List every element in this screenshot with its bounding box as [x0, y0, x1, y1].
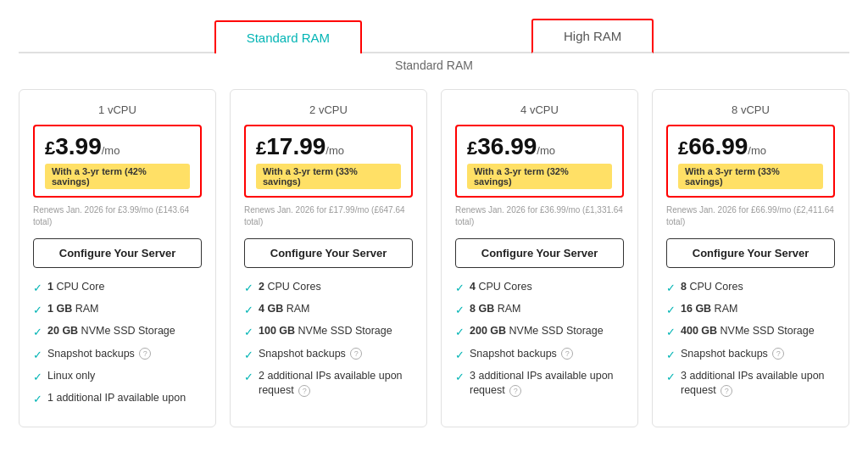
info-icon[interactable]: ?	[772, 348, 784, 360]
feature-list: ✓ 2 CPU Cores ✓ 4 GB RAM ✓ 100 GB NVMe S…	[244, 280, 413, 399]
check-icon: ✓	[244, 348, 253, 363]
feature-item: ✓ 400 GB NVMe SSD Storage	[666, 324, 835, 340]
info-icon[interactable]: ?	[350, 348, 362, 360]
feature-item: ✓ 200 GB NVMe SSD Storage	[455, 324, 624, 340]
price-display: £17.99/mo	[256, 135, 401, 159]
tab-high-ram[interactable]: High RAM	[531, 19, 654, 53]
check-icon: ✓	[244, 281, 253, 296]
vcpu-label: 4 vCPU	[455, 103, 624, 116]
plan-card-1: 2 vCPU £17.99/mo With a 3-yr term (33% s…	[230, 89, 427, 427]
check-icon: ✓	[666, 325, 676, 340]
check-icon: ✓	[33, 325, 42, 340]
configure-button[interactable]: Configure Your Server	[33, 238, 202, 268]
check-icon: ✓	[455, 370, 465, 385]
feature-item: ✓ 4 GB RAM	[244, 302, 413, 318]
section-label: Standard RAM	[17, 59, 851, 72]
price-display: £66.99/mo	[678, 135, 823, 159]
feature-item: ✓ 20 GB NVMe SSD Storage	[33, 324, 202, 340]
renew-text: Renews Jan. 2026 for £3.99/mo (£143.64 t…	[33, 204, 202, 228]
feature-item: ✓ Snapshot backups ?	[455, 347, 624, 363]
feature-item: ✓ 2 additional IPs available upon reques…	[244, 369, 413, 399]
configure-button[interactable]: Configure Your Server	[244, 238, 413, 268]
check-icon: ✓	[455, 325, 465, 340]
plan-card-3: 8 vCPU £66.99/mo With a 3-yr term (33% s…	[652, 89, 849, 427]
price-display: £3.99/mo	[45, 135, 190, 159]
savings-badge: With a 3-yr term (33% savings)	[678, 159, 823, 189]
check-icon: ✓	[33, 392, 42, 407]
check-icon: ✓	[244, 325, 253, 340]
check-icon: ✓	[666, 303, 676, 318]
info-icon[interactable]: ?	[561, 348, 573, 360]
feature-item: ✓ Snapshot backups ?	[666, 347, 835, 363]
price-box: £3.99/mo With a 3-yr term (42% savings)	[33, 125, 202, 198]
info-icon[interactable]: ?	[509, 385, 521, 397]
feature-list: ✓ 8 CPU Cores ✓ 16 GB RAM ✓ 400 GB NVMe …	[666, 280, 835, 399]
vcpu-label: 1 vCPU	[33, 103, 202, 116]
price-box: £66.99/mo With a 3-yr term (33% savings)	[666, 125, 835, 198]
savings-badge: With a 3-yr term (32% savings)	[467, 159, 612, 189]
renew-text: Renews Jan. 2026 for £17.99/mo (£647.64 …	[244, 204, 413, 228]
info-icon[interactable]: ?	[139, 348, 151, 360]
feature-item: ✓ 1 GB RAM	[33, 302, 202, 318]
configure-button[interactable]: Configure Your Server	[666, 238, 835, 268]
savings-badge: With a 3-yr term (42% savings)	[45, 159, 190, 189]
price-box: £36.99/mo With a 3-yr term (32% savings)	[455, 125, 624, 198]
vcpu-label: 8 vCPU	[666, 103, 835, 116]
check-icon: ✓	[244, 303, 253, 318]
feature-item: ✓ 2 CPU Cores	[244, 280, 413, 296]
check-icon: ✓	[33, 370, 42, 385]
check-icon: ✓	[666, 348, 676, 363]
tab-standard-ram[interactable]: Standard RAM	[214, 20, 362, 53]
check-icon: ✓	[455, 303, 465, 318]
configure-button[interactable]: Configure Your Server	[455, 238, 624, 268]
savings-badge: With a 3-yr term (33% savings)	[256, 159, 401, 189]
check-icon: ✓	[33, 281, 42, 296]
feature-item: ✓ 100 GB NVMe SSD Storage	[244, 324, 413, 340]
price-display: £36.99/mo	[467, 135, 612, 159]
feature-list: ✓ 1 CPU Core ✓ 1 GB RAM ✓ 20 GB NVMe SSD…	[33, 280, 202, 407]
feature-item: ✓ 4 CPU Cores	[455, 280, 624, 296]
plan-card-2: 4 vCPU £36.99/mo With a 3-yr term (32% s…	[441, 89, 638, 427]
price-box: £17.99/mo With a 3-yr term (33% savings)	[244, 125, 413, 198]
feature-item: ✓ 16 GB RAM	[666, 302, 835, 318]
plan-card-0: 1 vCPU £3.99/mo With a 3-yr term (42% sa…	[19, 89, 216, 427]
check-icon: ✓	[33, 303, 42, 318]
feature-item: ✓ 3 additional IPs available upon reques…	[666, 369, 835, 399]
feature-item: ✓ Snapshot backups ?	[33, 347, 202, 363]
check-icon: ✓	[666, 370, 676, 385]
feature-list: ✓ 4 CPU Cores ✓ 8 GB RAM ✓ 200 GB NVMe S…	[455, 280, 624, 399]
check-icon: ✓	[666, 281, 676, 296]
renew-text: Renews Jan. 2026 for £66.99/mo (£2,411.6…	[666, 204, 835, 228]
feature-item: ✓ Linux only	[33, 369, 202, 385]
check-icon: ✓	[244, 370, 253, 385]
renew-text: Renews Jan. 2026 for £36.99/mo (£1,331.6…	[455, 204, 624, 228]
feature-item: ✓ 8 CPU Cores	[666, 280, 835, 296]
feature-item: ✓ 1 CPU Core	[33, 280, 202, 296]
check-icon: ✓	[455, 348, 465, 363]
feature-item: ✓ 1 additional IP available upon	[33, 391, 202, 407]
feature-item: ✓ 8 GB RAM	[455, 302, 624, 318]
info-icon[interactable]: ?	[298, 385, 310, 397]
plans-grid: 1 vCPU £3.99/mo With a 3-yr term (42% sa…	[19, 89, 849, 427]
check-icon: ✓	[455, 281, 465, 296]
vcpu-label: 2 vCPU	[244, 103, 413, 116]
feature-item: ✓ 3 additional IPs available upon reques…	[455, 369, 624, 399]
check-icon: ✓	[33, 348, 42, 363]
info-icon[interactable]: ?	[721, 385, 732, 397]
feature-item: ✓ Snapshot backups ?	[244, 347, 413, 363]
